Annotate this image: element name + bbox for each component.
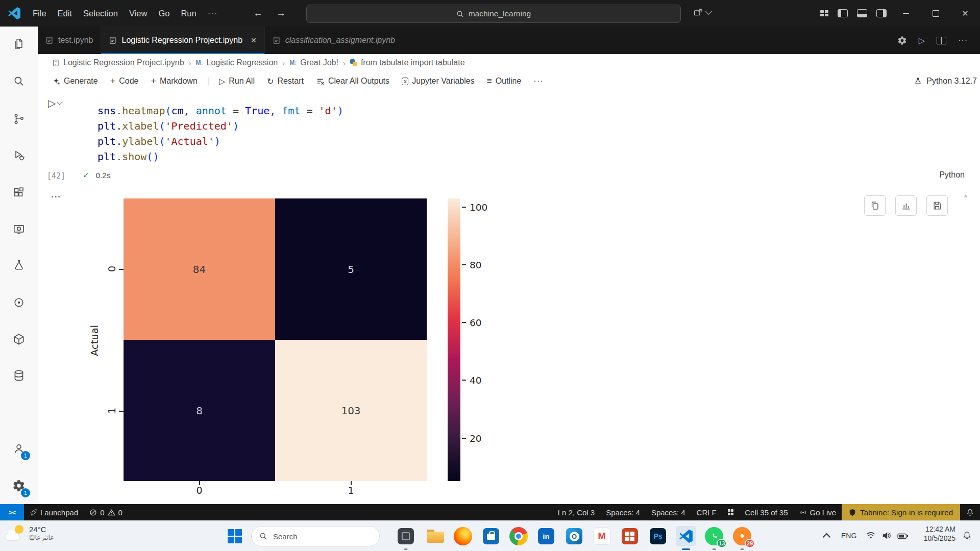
- language-indicator[interactable]: ENG: [841, 532, 856, 540]
- split-editor-icon[interactable]: [937, 37, 946, 44]
- notebook-settings-gear-icon[interactable]: [897, 36, 907, 45]
- wifi-icon[interactable]: [866, 531, 876, 539]
- open-plot-viewer-button[interactable]: [895, 195, 917, 216]
- kernel-label: Python 3.12.7: [926, 77, 977, 86]
- menu-run[interactable]: Run: [175, 9, 202, 18]
- clear-all-icon: [316, 77, 325, 86]
- volume-icon[interactable]: [882, 532, 892, 540]
- tabnine-label: Tabnine: Sign-in is required: [860, 508, 953, 517]
- breadcrumb-cell[interactable]: from tabulate import tabulate: [361, 58, 465, 67]
- menu-edit[interactable]: Edit: [52, 9, 78, 18]
- code-editor[interactable]: sns.heatmap(cm, annot = True, fmt = 'd')…: [97, 103, 344, 164]
- code-token: (: [146, 151, 153, 163]
- sidebar-item-jupyter[interactable]: [0, 288, 38, 317]
- sidebar-item-run-debug[interactable]: [0, 141, 38, 170]
- problems-indicator[interactable]: 0 0: [84, 504, 128, 520]
- sidebar-item-search[interactable]: [0, 67, 38, 95]
- colorbar-tick: 40: [462, 375, 482, 385]
- menu-file[interactable]: File: [27, 9, 52, 18]
- new-window-icon: [693, 8, 703, 17]
- cell-indicator[interactable]: Cell 35 of 35: [739, 504, 793, 520]
- notification-bell-icon[interactable]: [963, 531, 971, 540]
- sidebar-item-extensions[interactable]: [0, 179, 38, 207]
- markdown-symbol-icon: M↓: [289, 59, 297, 66]
- window-layout-dropdown[interactable]: [693, 8, 711, 17]
- restart-button[interactable]: ↻ Restart: [262, 77, 309, 86]
- x-tick-label: 1: [275, 485, 427, 496]
- run-all-editor-icon[interactable]: ▷: [919, 36, 925, 45]
- tray-expand-icon[interactable]: [823, 533, 831, 541]
- indentation-indicator[interactable]: Spaces: 4: [600, 504, 646, 520]
- accounts-button[interactable]: 1: [0, 434, 38, 463]
- sidebar-item-remote-explorer[interactable]: [0, 215, 38, 244]
- add-code-button[interactable]: + Code: [105, 77, 144, 86]
- x-tick-label: 0: [124, 485, 275, 496]
- more-actions-icon[interactable]: ···: [958, 36, 968, 45]
- menu-selection[interactable]: Selection: [78, 9, 124, 18]
- tab-classification-assigment[interactable]: classification_assigment.ipynb: [265, 27, 403, 54]
- maximize-button[interactable]: [921, 0, 950, 27]
- notifications-bell-icon[interactable]: [960, 504, 980, 520]
- generate-button[interactable]: Generate: [47, 77, 103, 86]
- copy-output-button[interactable]: [864, 195, 886, 216]
- toolbar-more-button[interactable]: ···: [528, 77, 548, 86]
- code-token: 'Actual': [165, 135, 214, 147]
- minimize-button[interactable]: ─: [891, 0, 921, 27]
- sidebar-item-testing[interactable]: [0, 251, 38, 280]
- kernel-picker[interactable]: Python 3.12.7: [914, 77, 980, 86]
- code-token: .: [116, 120, 122, 132]
- sidebar-item-database[interactable]: [0, 361, 38, 390]
- sidebar-item-explorer[interactable]: [0, 30, 38, 58]
- clock[interactable]: 12:42 AM 10/5/2025: [910, 524, 955, 543]
- close-button[interactable]: ✕: [950, 0, 980, 27]
- code-token: .: [116, 105, 122, 117]
- jupyter-variables-button[interactable]: x Jupyter Variables: [397, 77, 480, 86]
- battery-icon[interactable]: [897, 533, 909, 539]
- notebook-layout-icon[interactable]: [722, 504, 740, 520]
- tab-test-ipynb[interactable]: test.ipynb: [38, 27, 101, 54]
- toggle-secondary-sidebar-icon[interactable]: [876, 9, 887, 17]
- toolbar-divider: |: [205, 77, 212, 86]
- customize-layout-icon[interactable]: [820, 10, 828, 16]
- cursor-position[interactable]: Ln 2, Col 3: [552, 504, 601, 520]
- database-icon: [12, 369, 26, 382]
- close-tab-icon[interactable]: ✕: [251, 36, 257, 44]
- menu-overflow[interactable]: ···: [202, 9, 223, 18]
- more-icon: ···: [533, 77, 543, 86]
- code-token: ): [233, 120, 239, 132]
- maximize-icon: [933, 10, 939, 17]
- breadcrumb-section[interactable]: Logistic Regression: [207, 58, 278, 67]
- breadcrumb-section[interactable]: Great Job!: [300, 58, 338, 67]
- code-token: True: [245, 105, 270, 117]
- output-options-icon[interactable]: ···: [51, 192, 61, 202]
- menu-go[interactable]: Go: [153, 9, 175, 18]
- scroll-up-icon[interactable]: ▲: [963, 192, 969, 199]
- toggle-panel-icon[interactable]: [857, 9, 867, 17]
- cell-language[interactable]: Python: [939, 170, 965, 180]
- forward-button[interactable]: →: [270, 8, 292, 19]
- command-center-search[interactable]: machine_learning: [306, 5, 681, 23]
- breadcrumb: Logistic Regression Project.ipynb › M↓ L…: [38, 54, 980, 71]
- tabnine-status[interactable]: Tabnine: Sign-in is required: [842, 504, 960, 520]
- run-all-button[interactable]: ▷ Run All: [214, 77, 260, 86]
- y-axis-label: Actual: [89, 315, 101, 366]
- outline-button[interactable]: ≡ Outline: [482, 76, 527, 86]
- sidebar-item-source-control[interactable]: [0, 105, 38, 133]
- breadcrumb-file[interactable]: Logistic Regression Project.ipynb: [63, 58, 184, 67]
- back-button[interactable]: ←: [247, 8, 270, 19]
- launchpad-button[interactable]: Launchpad: [24, 504, 84, 520]
- tab-logistic-regression-project[interactable]: Logistic Regression Project.ipynb ✕: [101, 27, 264, 54]
- toggle-sidebar-icon[interactable]: [838, 9, 848, 17]
- go-live-button[interactable]: Go Live: [794, 504, 842, 520]
- save-plot-button[interactable]: [926, 195, 948, 216]
- menu-view[interactable]: View: [124, 9, 153, 18]
- colorbar-tick-label: 100: [470, 202, 487, 213]
- indentation-indicator-2[interactable]: Spaces: 4: [646, 504, 691, 520]
- remote-indicator[interactable]: ><: [0, 504, 24, 520]
- add-markdown-button[interactable]: + Markdown: [145, 77, 202, 86]
- sidebar-item-package[interactable]: [0, 325, 38, 354]
- settings-button[interactable]: 1: [0, 471, 38, 500]
- eol-indicator[interactable]: CRLF: [691, 504, 722, 520]
- clear-outputs-button[interactable]: Clear All Outputs: [311, 77, 395, 86]
- run-cell-button[interactable]: ▷: [48, 97, 62, 109]
